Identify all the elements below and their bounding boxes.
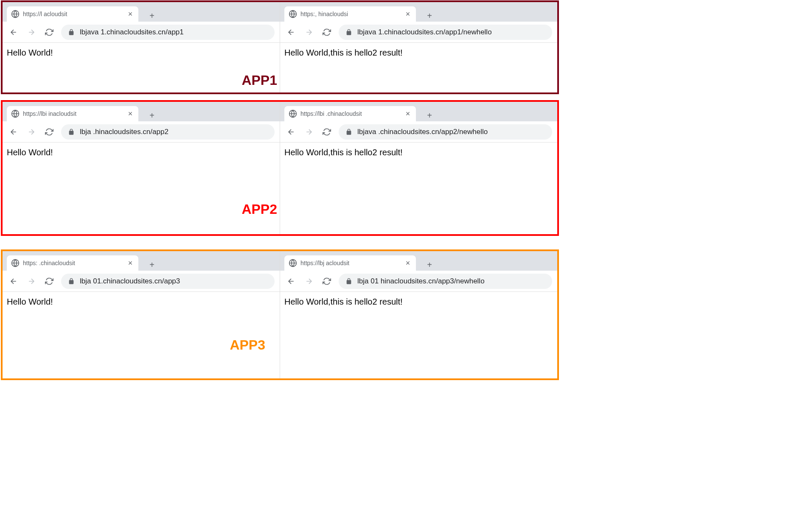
browser-tab[interactable]: https://l acloudsit ×: [7, 6, 138, 22]
tab-bar: https:, hinacloudsi × +: [280, 2, 557, 22]
page-content: Hello World! APP3: [3, 292, 280, 378]
close-icon[interactable]: ×: [404, 109, 412, 118]
app2-group: https://lbi inacloudsit × + lbja .hinacl…: [1, 100, 559, 236]
close-icon[interactable]: ×: [126, 259, 134, 268]
browser-tab[interactable]: https:, hinacloudsi ×: [284, 6, 416, 22]
lock-icon: [345, 129, 352, 135]
url-field[interactable]: lbjava 1.chinacloudsites.cn/app1: [61, 25, 275, 40]
browser-window: https://l acloudsit × + lbjava 1.chinacl…: [3, 2, 280, 92]
page-text: Hello World!: [7, 148, 53, 157]
app3-group: https: .chinacloudsit × + lbja 01.chinac…: [1, 249, 559, 380]
tab-title: https://l acloudsit: [23, 11, 123, 17]
globe-icon: [289, 259, 297, 267]
browser-window: https: .chinacloudsit × + lbja 01.chinac…: [3, 251, 280, 378]
reload-button[interactable]: [43, 275, 55, 287]
reload-button[interactable]: [43, 26, 55, 38]
back-button[interactable]: [285, 275, 297, 287]
tab-bar: https://lbj acloudsit × +: [280, 251, 557, 271]
address-bar: lbja 01.chinacloudsites.cn/app3: [3, 271, 280, 292]
lock-icon: [68, 129, 75, 135]
browser-window: https://lbi inacloudsit × + lbja .hinacl…: [3, 102, 280, 234]
page-text: Hello World,this is hello2 result!: [284, 148, 403, 157]
new-tab-button[interactable]: +: [424, 259, 435, 271]
url-field[interactable]: lbjava 1.chinacloudsites.cn/app1/newhell…: [339, 25, 552, 40]
lock-icon: [345, 278, 352, 285]
new-tab-button[interactable]: +: [424, 109, 435, 121]
new-tab-button[interactable]: +: [146, 259, 158, 271]
browser-window: https://lbj acloudsit × + lbja 01 hinacl…: [280, 251, 557, 378]
address-bar: lbjava 1.chinacloudsites.cn/app1/newhell…: [280, 22, 557, 43]
url-text: lbja 01 hinacloudsites.cn/app3/newhello: [357, 277, 545, 286]
forward-button[interactable]: [303, 126, 315, 138]
address-bar: lbjava 1.chinacloudsites.cn/app1: [3, 22, 280, 43]
tab-title: https://lbi .chinacloudsit: [300, 110, 401, 117]
browser-tab[interactable]: https://lbj acloudsit ×: [284, 255, 416, 271]
url-text: lbjava 1.chinacloudsites.cn/app1: [80, 28, 268, 36]
forward-button[interactable]: [303, 26, 315, 38]
reload-button[interactable]: [321, 126, 333, 138]
browser-tab[interactable]: https: .chinacloudsit ×: [7, 255, 138, 271]
lock-icon: [68, 29, 75, 36]
globe-icon: [289, 10, 297, 18]
url-field[interactable]: lbja 01 hinacloudsites.cn/app3/newhello: [339, 274, 552, 289]
tab-bar: https://lbi .chinacloudsit × +: [280, 102, 557, 121]
page-content: Hello World! APP1: [3, 43, 280, 92]
page-text: Hello World,this is hello2 result!: [284, 48, 403, 57]
lock-icon: [68, 278, 75, 285]
globe-icon: [11, 109, 20, 118]
close-icon[interactable]: ×: [126, 10, 134, 19]
forward-button[interactable]: [25, 275, 37, 287]
app-label: APP1: [241, 73, 277, 88]
app-label: APP3: [230, 337, 265, 353]
tab-title: https:, hinacloudsi: [300, 11, 401, 17]
address-bar: lbjava .chinacloudsites.cn/app2/newhello: [280, 121, 557, 143]
tab-bar: https: .chinacloudsit × +: [3, 251, 280, 271]
browser-window: https:, hinacloudsi × + lbjava 1.chinacl…: [280, 2, 557, 92]
url-text: lbja 01.chinacloudsites.cn/app3: [80, 277, 268, 286]
page-text: Hello World!: [7, 48, 53, 57]
lock-icon: [345, 29, 352, 36]
close-icon[interactable]: ×: [404, 10, 412, 19]
globe-icon: [289, 109, 297, 118]
reload-button[interactable]: [43, 126, 55, 138]
back-button[interactable]: [8, 126, 20, 138]
url-field[interactable]: lbja 01.chinacloudsites.cn/app3: [61, 274, 275, 289]
app1-group: https://l acloudsit × + lbjava 1.chinacl…: [1, 0, 559, 94]
back-button[interactable]: [285, 26, 297, 38]
tab-bar: https://l acloudsit × +: [3, 2, 280, 22]
page-content: Hello World,this is hello2 result!: [280, 43, 557, 92]
url-field[interactable]: lbja .hinacloudsites.cn/app2: [61, 124, 275, 140]
tab-title: https: .chinacloudsit: [23, 260, 123, 266]
url-text: lbja .hinacloudsites.cn/app2: [80, 128, 268, 136]
close-icon[interactable]: ×: [126, 109, 134, 118]
globe-icon: [11, 10, 20, 18]
back-button[interactable]: [285, 126, 297, 138]
tab-bar: https://lbi inacloudsit × +: [3, 102, 280, 121]
forward-button[interactable]: [303, 275, 315, 287]
url-text: lbjava 1.chinacloudsites.cn/app1/newhell…: [357, 28, 545, 36]
app-label: APP2: [241, 202, 277, 217]
forward-button[interactable]: [25, 26, 37, 38]
back-button[interactable]: [8, 275, 20, 287]
url-text: lbjava .chinacloudsites.cn/app2/newhello: [357, 128, 545, 136]
close-icon[interactable]: ×: [404, 259, 412, 268]
forward-button[interactable]: [25, 126, 37, 138]
browser-tab[interactable]: https://lbi inacloudsit ×: [7, 106, 138, 121]
reload-button[interactable]: [321, 275, 333, 287]
back-button[interactable]: [8, 26, 20, 38]
page-content: Hello World! APP2: [3, 143, 280, 234]
address-bar: lbja .hinacloudsites.cn/app2: [3, 121, 280, 143]
new-tab-button[interactable]: +: [146, 109, 158, 121]
url-field[interactable]: lbjava .chinacloudsites.cn/app2/newhello: [339, 124, 552, 140]
tab-title: https://lbi inacloudsit: [23, 110, 123, 117]
browser-tab[interactable]: https://lbi .chinacloudsit ×: [284, 106, 416, 121]
tab-title: https://lbj acloudsit: [300, 260, 401, 266]
page-text: Hello World!: [7, 297, 53, 306]
page-text: Hello World,this is hello2 result!: [284, 297, 403, 306]
reload-button[interactable]: [321, 26, 333, 38]
page-content: Hello World,this is hello2 result!: [280, 292, 557, 378]
new-tab-button[interactable]: +: [146, 10, 158, 22]
page-content: Hello World,this is hello2 result!: [280, 143, 557, 234]
globe-icon: [11, 259, 20, 267]
new-tab-button[interactable]: +: [424, 10, 435, 22]
